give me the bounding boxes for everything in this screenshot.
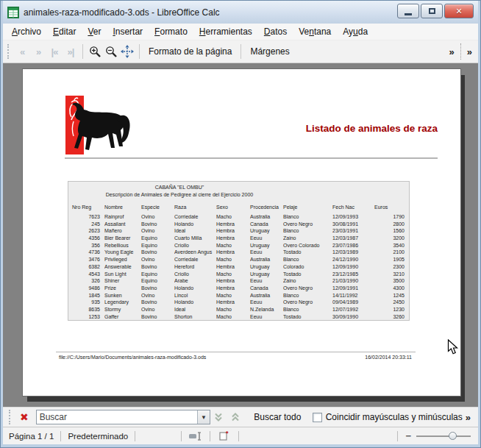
window-title: animales-raza-modificado-3.ods - LibreOf… — [24, 7, 220, 18]
selection-mode-button[interactable] — [187, 430, 204, 443]
full-screen-button[interactable] — [119, 43, 135, 60]
table-row: 4543Sun LightEquinoCriolloMachoUruguayTo… — [71, 271, 407, 278]
page-indicator[interactable]: Página 1 / 1 — [7, 432, 55, 441]
table-cell: Macho — [216, 256, 250, 263]
find-previous-button[interactable] — [227, 410, 244, 424]
zoom-slider-thumb[interactable] — [449, 432, 457, 440]
table-cell: Ideal — [174, 227, 216, 235]
table-row: 7623RainprofOvinoCorriedaleMachoAustrali… — [71, 213, 407, 221]
find-toolbar: ✖ ▼ Buscar todo Coincidir mayúsculas y m… — [3, 407, 478, 427]
table-cell: Young Eagle — [104, 249, 141, 256]
menu-editar[interactable]: Editar — [47, 24, 82, 39]
page-style-indicator[interactable]: Predeterminado — [66, 432, 129, 441]
table-cell: 8635 — [71, 306, 104, 313]
close-button[interactable]: ✕ — [444, 4, 474, 18]
search-input[interactable] — [37, 410, 197, 424]
table-cell: Corriedale — [174, 213, 216, 221]
menu-ver[interactable]: Ver — [82, 24, 107, 39]
footer-file-path: file://C:/Users/Mario/Documents/animales… — [59, 355, 206, 360]
table-row: 356RebelliousEquinoCriolloMachoUruguayOv… — [71, 242, 407, 249]
table-cell: Ideal — [174, 306, 216, 313]
horse-logo — [65, 95, 138, 157]
previous-page-icon: « — [20, 46, 24, 57]
last-page-icon: »| — [68, 46, 74, 57]
table-cell: Zaino — [283, 277, 332, 285]
column-header: Sexo — [216, 204, 250, 211]
table-cell: 4543 — [71, 271, 104, 278]
toolbar-overflow-button[interactable]: » — [446, 46, 457, 57]
table-cell: Bovino — [141, 313, 174, 321]
table-cell: 1253 — [71, 313, 104, 321]
margins-button[interactable]: Márgenes — [245, 43, 294, 60]
previous-page-button[interactable]: « — [14, 43, 30, 60]
table-cell: Bovino — [141, 285, 174, 292]
menu-ayuda[interactable]: Ayuda — [337, 24, 374, 39]
table-cell: 12/09/1991 — [332, 285, 374, 292]
table-cell: Bovino — [141, 263, 174, 271]
sidebar-overflow-button[interactable]: » — [464, 46, 475, 57]
statusbar-separator — [397, 431, 398, 441]
table-row: 1253GafferBovinoShortonMachoEeuuTostado3… — [71, 313, 407, 321]
maximize-icon — [429, 8, 435, 14]
menu-archivo[interactable]: Archivo — [6, 24, 47, 39]
table-cell: Averdeen Angus — [174, 249, 216, 256]
findbar-overflow-button[interactable]: » — [463, 412, 474, 423]
find-all-button[interactable]: Buscar todo — [249, 412, 305, 422]
table-cell: 3210 — [374, 271, 406, 278]
find-next-button[interactable] — [210, 410, 227, 424]
zoom-out-minus-button[interactable]: − — [403, 430, 413, 441]
statusbar: Página 1 / 1 Predeterminado * − — [3, 427, 478, 444]
document-modified-button[interactable]: * — [215, 430, 233, 443]
table-cell: Cuarto Milla — [174, 235, 216, 242]
zoom-slider[interactable] — [416, 430, 471, 442]
first-page-button[interactable]: |« — [46, 43, 63, 60]
toolbar-grip — [7, 44, 10, 59]
close-icon: ✕ — [455, 7, 462, 15]
table-row: 1845SunkenOvinoLincolMachoAustraliaBlanc… — [71, 292, 407, 299]
footer-datetime: 16/02/2014 20:33:11 — [365, 355, 412, 360]
table-cell: Assailant — [104, 221, 141, 228]
table-cell: Macho — [216, 292, 250, 299]
menu-datos[interactable]: Datos — [258, 24, 293, 39]
table-row: 2623MañeroOvinoIdealHembraUruguayBlanco2… — [71, 227, 407, 235]
table-cell: Blanco — [283, 256, 332, 263]
table-cell: Ovino — [141, 213, 174, 221]
report-title: Listado de animales de raza — [306, 123, 438, 134]
search-dropdown-button[interactable]: ▼ — [197, 410, 210, 424]
table-cell: 30/09/1990 — [332, 313, 374, 321]
menu-insertar[interactable]: Insertar — [107, 24, 149, 39]
zoom-in-button[interactable] — [87, 43, 103, 60]
next-page-button[interactable]: » — [30, 43, 46, 60]
table-cell: Hembra — [216, 249, 250, 256]
table-cell: 1230 — [374, 306, 406, 313]
minimize-button[interactable] — [397, 4, 419, 18]
table-cell: 30/08/1991 — [332, 221, 374, 228]
column-header: Nro Reg — [71, 204, 104, 211]
table-cell: 356 — [71, 242, 104, 249]
table-cell: 23/12/1985 — [332, 271, 374, 278]
table-cell: 4356 — [71, 235, 104, 242]
table-cell: Overo Colorado — [283, 242, 332, 249]
menu-herramientas[interactable]: Herramientas — [193, 24, 258, 39]
table-header-row: Nro RegNombreEspecieRazaSexoProcedenciaP… — [71, 204, 407, 211]
table-cell: Equino — [141, 277, 174, 285]
menu-formato[interactable]: Formato — [149, 24, 193, 39]
format-page-button[interactable]: Formato de la página — [143, 43, 237, 60]
table-cell: Uruguay — [250, 263, 283, 271]
find-next-icon — [213, 413, 224, 422]
table-cell: Ovino — [141, 256, 174, 263]
table-cell: 1790 — [374, 213, 406, 221]
zoom-out-button[interactable] — [103, 43, 119, 60]
menu-ventana[interactable]: Ventana — [293, 24, 337, 39]
table-cell: Rebellious — [104, 242, 141, 249]
last-page-button[interactable]: »| — [63, 43, 79, 60]
maximize-button[interactable] — [421, 4, 443, 18]
table-row: 245AssailantBovinoHolandoHembraCanadaOve… — [71, 221, 407, 228]
match-case-checkbox[interactable] — [313, 413, 321, 422]
close-find-bar-button[interactable]: ✖ — [15, 412, 33, 422]
table-cell: 935 — [71, 299, 104, 306]
table-cell: Blanco — [283, 227, 332, 235]
table-row: 9486PrizeBovinoHolandoHembraCanadaOvero … — [71, 285, 407, 292]
table-cell: Tostado — [283, 249, 332, 256]
zoom-slider-track — [416, 435, 471, 437]
